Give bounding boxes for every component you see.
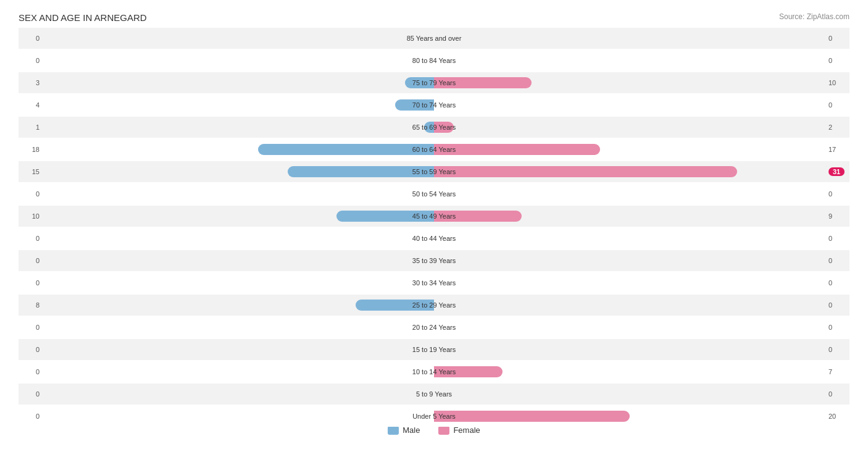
bars-center: 5 to 9 Years [43, 384, 825, 405]
left-bar-container [43, 31, 434, 45]
left-value: 3 [19, 79, 43, 86]
left-value: 18 [19, 146, 43, 153]
right-bar-container [434, 321, 825, 334]
bars-center: 40 to 44 Years [43, 228, 825, 249]
legend: Male Female [19, 426, 849, 435]
left-bar-container [43, 321, 434, 334]
bar-male [424, 122, 434, 133]
right-bar-container [434, 387, 825, 401]
left-bar-container [43, 232, 434, 245]
chart-container: SEX AND AGE IN ARNEGARD Source: ZipAtlas… [0, 0, 868, 457]
left-value: 1 [19, 124, 43, 131]
right-bar-container [434, 143, 825, 156]
left-bar-container [43, 76, 434, 90]
right-value: 0 [825, 279, 849, 287]
right-value: 0 [825, 190, 849, 198]
bars-center: 75 to 79 Years [43, 72, 825, 93]
left-value: 0 [19, 35, 43, 42]
left-value: 10 [19, 212, 43, 220]
right-bar-container [434, 209, 825, 223]
bars-center: 80 to 84 Years [43, 50, 825, 71]
left-bar-container [43, 120, 434, 134]
bar-male [336, 211, 434, 222]
left-bar-container [43, 98, 434, 112]
bar-female [434, 144, 600, 155]
right-bar-container [434, 76, 825, 90]
right-value: 20 [825, 413, 849, 420]
legend-male: Male [388, 426, 420, 435]
right-value: 0 [825, 101, 849, 109]
right-value: 0 [825, 346, 849, 353]
bar-row: 0 50 to 54 Years 0 [19, 183, 849, 204]
bar-row: 8 25 to 29 Years 0 [19, 295, 849, 316]
left-value: 0 [19, 390, 43, 398]
bar-male [395, 99, 434, 111]
left-bar-container [43, 409, 434, 423]
bar-male [356, 300, 434, 311]
right-bar-container [434, 120, 825, 134]
bars-center: 65 to 69 Years [43, 117, 825, 138]
left-value: 0 [19, 57, 43, 64]
right-value: 7 [825, 368, 849, 375]
legend-swatch-female [438, 426, 449, 435]
bar-row: 0 15 to 19 Years 0 [19, 339, 849, 360]
bars-center: 35 to 39 Years [43, 250, 825, 271]
left-value: 0 [19, 257, 43, 264]
right-value: 10 [825, 79, 849, 86]
bar-row: 0 Under 5 Years 20 [19, 406, 849, 427]
bar-row: 0 85 Years and over 0 [19, 28, 849, 49]
legend-female-label: Female [453, 426, 480, 435]
bar-female [434, 166, 737, 177]
bars-center: 25 to 29 Years [43, 295, 825, 316]
left-value: 0 [19, 368, 43, 375]
legend-female: Female [438, 426, 480, 435]
right-bar-container [434, 165, 825, 178]
bar-male [258, 144, 434, 155]
bars-center: 50 to 54 Years [43, 183, 825, 204]
left-value: 0 [19, 235, 43, 242]
left-bar-container [43, 187, 434, 201]
chart-title: SEX AND AGE IN ARNEGARD [19, 12, 849, 23]
left-bar-container [43, 365, 434, 379]
bars-center: 15 to 19 Years [43, 339, 825, 360]
bars-center: 70 to 74 Years [43, 94, 825, 115]
right-bar-container [434, 254, 825, 267]
bar-row: 18 60 to 64 Years 17 [19, 139, 849, 160]
right-value: 0 [825, 324, 849, 331]
chart-area: 0 85 Years and over 0 0 80 to 84 Years [19, 28, 849, 411]
left-bar-container [43, 387, 434, 401]
left-value: 8 [19, 301, 43, 309]
right-bar-container [434, 343, 825, 356]
right-bar-container [434, 298, 825, 312]
right-bar-container [434, 409, 825, 423]
legend-male-label: Male [403, 426, 420, 435]
bar-row: 1 65 to 69 Years 2 [19, 117, 849, 138]
right-bar-container [434, 187, 825, 201]
bars-center: 85 Years and over [43, 28, 825, 49]
source-text: Source: ZipAtlas.com [779, 12, 849, 21]
right-bar-container [434, 232, 825, 245]
left-value: 0 [19, 190, 43, 198]
bars-center: 10 to 14 Years [43, 361, 825, 382]
left-value: 0 [19, 279, 43, 287]
right-bar-container [434, 276, 825, 290]
right-bar-container [434, 31, 825, 45]
bar-row: 15 55 to 59 Years 31 [19, 161, 849, 182]
legend-swatch-male [388, 426, 399, 435]
bar-row: 0 5 to 9 Years 0 [19, 384, 849, 405]
bar-row: 0 10 to 14 Years 7 [19, 361, 849, 382]
right-value: 0 [825, 235, 849, 242]
left-bar-container [43, 143, 434, 156]
right-bar-container [434, 365, 825, 379]
bar-row: 4 70 to 74 Years 0 [19, 94, 849, 115]
bars-center: 60 to 64 Years [43, 139, 825, 160]
right-value: 0 [825, 301, 849, 309]
bar-row: 0 80 to 84 Years 0 [19, 50, 849, 71]
right-value: 0 [825, 390, 849, 398]
bar-row: 0 20 to 24 Years 0 [19, 317, 849, 338]
left-bar-container [43, 209, 434, 223]
left-value: 0 [19, 346, 43, 353]
left-value: 15 [19, 168, 43, 175]
bars-center: 20 to 24 Years [43, 317, 825, 338]
right-value: 31 [825, 168, 849, 175]
